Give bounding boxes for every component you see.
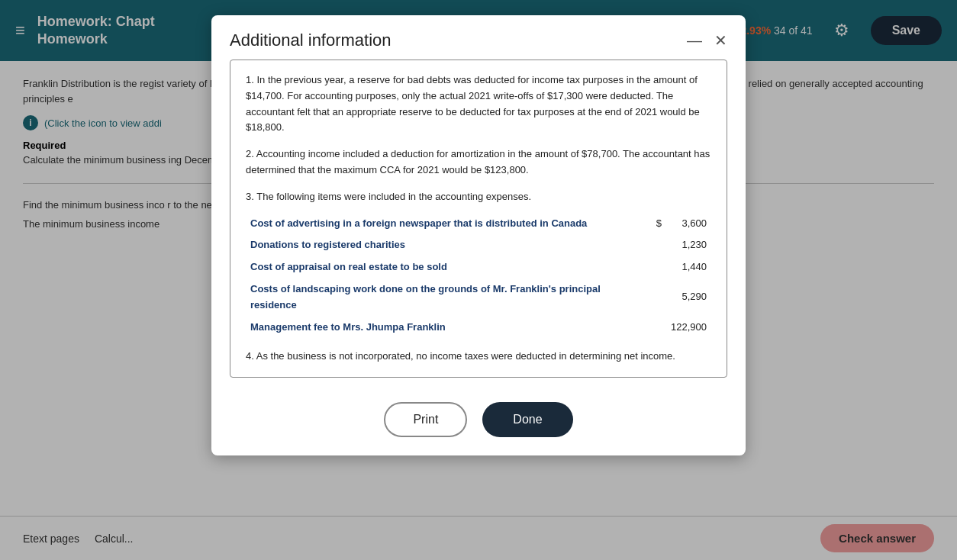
info-item-4: 4. As the business is not incorporated, … [246,349,711,365]
additional-info-modal: Additional information — ✕ 1. In the pre… [211,15,746,455]
info-item-2: 2. Accounting income included a deductio… [246,146,711,179]
modal-header-controls: — ✕ [687,33,727,48]
modal-footer: Print Done [211,390,746,455]
modal-header: Additional information — ✕ [211,15,746,60]
modal-body: 1. In the previous year, a reserve for b… [211,60,746,390]
expense-amount-2: 1,230 [666,234,711,256]
modal-title: Additional information [230,31,392,50]
table-row: Management fee to Mrs. Jhumpa Franklin 1… [246,317,711,339]
item-4-text: As the business is not incorporated, no … [256,350,675,362]
item-1-number: 1. [246,74,254,85]
table-row: Costs of landscaping work done on the gr… [246,278,711,317]
print-button[interactable]: Print [384,402,467,437]
info-item-1: 1. In the previous year, a reserve for b… [246,72,711,136]
expense-amount-1: 3,600 [666,213,711,235]
modal-overlay: Additional information — ✕ 1. In the pre… [0,0,957,560]
expense-label-4: Costs of landscaping work done on the gr… [246,278,643,317]
expense-label-1: Cost of advertising in a foreign newspap… [246,213,643,235]
item-2-number: 2. [246,148,254,159]
item-2-text: Accounting income included a deduction f… [246,148,710,175]
expense-table: Cost of advertising in a foreign newspap… [246,213,711,339]
modal-close-button[interactable]: ✕ [714,33,727,48]
expense-amount-4: 5,290 [666,278,711,317]
done-button[interactable]: Done [482,402,572,437]
expense-dollar-3 [643,256,666,278]
table-row: Cost of advertising in a foreign newspap… [246,213,711,235]
expense-dollar-1: $ [643,213,666,235]
info-bordered-box: 1. In the previous year, a reserve for b… [230,60,727,378]
expense-dollar-5 [643,317,666,339]
expense-amount-3: 1,440 [666,256,711,278]
modal-minimize-button[interactable]: — [687,33,702,48]
item-3-text: The following items were included in the… [256,191,531,202]
info-item-3: 3. The following items were included in … [246,189,711,339]
expense-label-5: Management fee to Mrs. Jhumpa Franklin [246,317,643,339]
table-row: Donations to registered charities 1,230 [246,234,711,256]
expense-dollar-4 [643,278,666,317]
item-3-number: 3. [246,191,254,202]
table-row: Cost of appraisal on real estate to be s… [246,256,711,278]
expense-label-2: Donations to registered charities [246,234,643,256]
expense-dollar-2 [643,234,666,256]
expense-label-3: Cost of appraisal on real estate to be s… [246,256,643,278]
expense-amount-5: 122,900 [666,317,711,339]
item-4-number: 4. [246,350,254,362]
item-1-text: In the previous year, a reserve for bad … [246,74,700,133]
